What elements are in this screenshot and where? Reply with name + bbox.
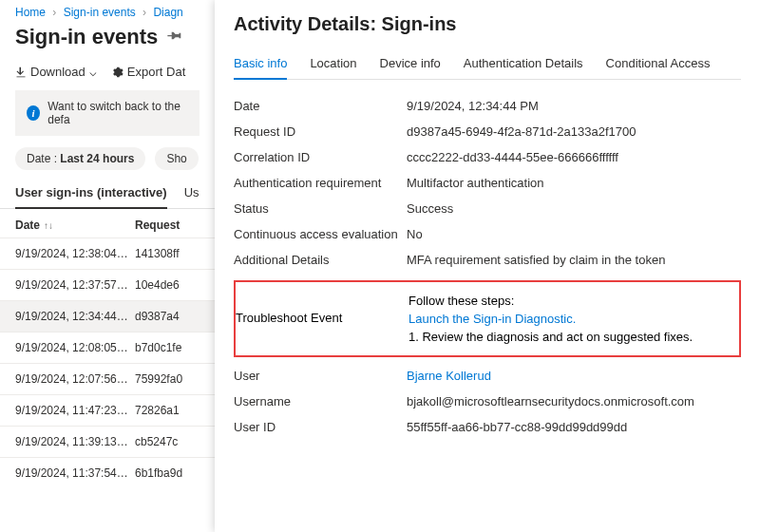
- cell-date: 9/19/2024, 12:07:56 ...: [15, 372, 129, 386]
- value-cae: No: [407, 227, 741, 241]
- chevron-down-icon: ⌵: [89, 65, 97, 79]
- cell-date: 9/19/2024, 12:38:04 ...: [15, 247, 129, 260]
- table-row[interactable]: 9/19/2024, 12:08:05 ...b7d0c1fe: [0, 332, 215, 363]
- value-user-link[interactable]: Bjarne Kollerud: [407, 369, 491, 383]
- details-panel: Activity Details: Sign-ins Basic infoLoc…: [215, 0, 760, 532]
- cell-request-id: 75992fa0: [135, 372, 200, 386]
- label-correlation-id: Correlation ID: [234, 150, 407, 164]
- label-auth-requirement: Authentication requirement: [234, 176, 407, 190]
- table-row[interactable]: 9/19/2024, 12:34:44 ...d9387a4: [0, 300, 215, 332]
- filter-date-value: Last 24 hours: [60, 152, 134, 165]
- info-icon: i: [27, 105, 40, 121]
- cell-date: 9/19/2024, 12:37:57 ...: [15, 278, 129, 292]
- tab-conditional-access[interactable]: Conditional Access: [606, 50, 711, 79]
- troubleshoot-intro: Follow these steps:: [408, 294, 732, 308]
- cell-request-id: 72826a1: [135, 404, 200, 417]
- crumb-diagnose[interactable]: Diagn: [153, 6, 182, 19]
- table-row[interactable]: 9/19/2024, 11:37:54 ...6b1fba9d: [0, 457, 215, 488]
- table-row[interactable]: 9/19/2024, 12:37:57 ...10e4de6: [0, 269, 215, 300]
- table-row[interactable]: 9/19/2024, 12:38:04 ...141308ff: [0, 238, 215, 269]
- cell-date: 9/19/2024, 11:39:13 ...: [15, 435, 129, 448]
- value-username: bjakoll@microsoftlearnsecuritydocs.onmic…: [407, 394, 741, 408]
- troubleshoot-step-1: 1. Review the diagnosis and act on sugge…: [408, 330, 732, 344]
- label-date: Date: [234, 99, 407, 113]
- tab-device-info[interactable]: Device info: [380, 50, 441, 79]
- troubleshoot-highlight: Troubleshoot Event Follow these steps: L…: [234, 280, 741, 357]
- label-additional-details: Additional Details: [234, 253, 407, 267]
- tab-basic-info[interactable]: Basic info: [234, 50, 287, 80]
- pin-icon[interactable]: [163, 27, 185, 48]
- value-additional-details: MFA requirement satisfied by claim in th…: [407, 253, 741, 267]
- tab-location[interactable]: Location: [310, 50, 356, 79]
- column-date-label: Date: [15, 218, 40, 232]
- value-correlation-id: cccc2222-dd33-4444-55ee-666666ffffff: [407, 150, 741, 164]
- label-user-id: User ID: [234, 420, 407, 434]
- cell-request-id: 10e4de6: [135, 278, 200, 292]
- value-user-id: 55ff55ff-aa66-bb77-cc88-99dd99dd99dd: [407, 420, 741, 434]
- cell-request-id: 6b1fba9d: [135, 466, 200, 480]
- breadcrumb: Home › Sign-in events › Diagn: [0, 0, 215, 23]
- page-title: Sign-in events: [15, 25, 158, 49]
- cell-request-id: b7d0c1fe: [135, 341, 200, 354]
- filter-show[interactable]: Sho: [155, 147, 198, 170]
- cell-request-id: d9387a4: [135, 310, 200, 323]
- filter-date[interactable]: Date : Last 24 hours: [15, 147, 145, 170]
- download-button[interactable]: Download ⌵: [15, 65, 97, 79]
- launch-diagnostic-link[interactable]: Launch the Sign-in Diagnostic.: [408, 312, 732, 326]
- chevron-right-icon: ›: [52, 6, 56, 19]
- sort-icon: ↑↓: [44, 220, 53, 231]
- info-text: Want to switch back to the defa: [48, 100, 188, 126]
- cell-date: 9/19/2024, 11:37:54 ...: [15, 466, 129, 480]
- export-button[interactable]: Export Dat: [112, 65, 185, 79]
- chevron-right-icon: ›: [142, 6, 146, 19]
- column-date[interactable]: Date ↑↓: [15, 218, 129, 232]
- value-request-id: d9387a45-6949-4f2a-871d-2a133a2f1700: [407, 124, 741, 139]
- gear-icon: [112, 66, 124, 78]
- table-row[interactable]: 9/19/2024, 12:07:56 ...75992fa0: [0, 363, 215, 394]
- crumb-signin-events[interactable]: Sign-in events: [64, 6, 136, 19]
- label-cae: Continuous access evaluation: [234, 227, 407, 241]
- column-request[interactable]: Request: [135, 218, 200, 232]
- label-user: User: [234, 369, 407, 383]
- crumb-home[interactable]: Home: [15, 6, 46, 19]
- tab-authentication-details[interactable]: Authentication Details: [464, 50, 583, 79]
- cell-date: 9/19/2024, 12:34:44 ...: [15, 310, 129, 323]
- label-status: Status: [234, 201, 407, 216]
- filter-date-prefix: Date :: [27, 152, 57, 165]
- download-icon: [15, 66, 27, 78]
- info-banner: i Want to switch back to the defa: [15, 90, 200, 136]
- label-username: Username: [234, 394, 407, 408]
- details-title: Activity Details: Sign-ins: [234, 13, 741, 35]
- label-request-id: Request ID: [234, 124, 407, 139]
- label-troubleshoot: Troubleshoot Event: [236, 290, 408, 325]
- cell-request-id: cb5247c: [135, 435, 200, 448]
- value-date: 9/19/2024, 12:34:44 PM: [407, 99, 741, 113]
- download-label: Download: [30, 65, 86, 79]
- export-label: Export Dat: [127, 65, 185, 79]
- tab-interactive-signins[interactable]: User sign-ins (interactive): [15, 180, 167, 209]
- table-row[interactable]: 9/19/2024, 11:47:23 ...72826a1: [0, 394, 215, 426]
- cell-date: 9/19/2024, 11:47:23 ...: [15, 404, 129, 417]
- cell-date: 9/19/2024, 12:08:05 ...: [15, 341, 129, 354]
- cell-request-id: 141308ff: [135, 247, 200, 260]
- table-row[interactable]: 9/19/2024, 11:39:13 ...cb5247c: [0, 426, 215, 457]
- value-auth-requirement: Multifactor authentication: [407, 176, 741, 190]
- tab-other[interactable]: Us: [184, 180, 200, 208]
- value-status: Success: [407, 201, 741, 216]
